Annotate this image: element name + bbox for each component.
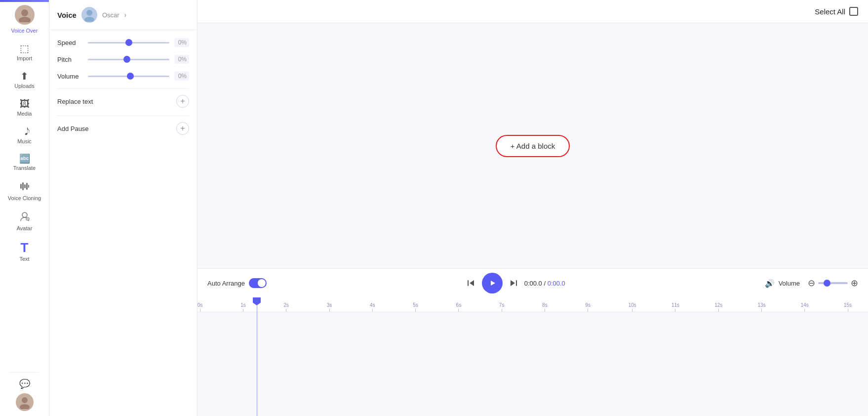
svg-point-0: [21, 9, 28, 16]
ruler-tick: 6s: [456, 302, 462, 312]
speed-control: Speed 0%: [57, 38, 189, 47]
ruler-tick: 10s: [629, 302, 636, 312]
right-controls: 🔊 Volume ⊖ ⊕: [765, 278, 858, 289]
select-all-area: Select All: [815, 7, 858, 16]
add-block-button[interactable]: + Add a block: [496, 135, 570, 157]
ruler-tick: 5s: [413, 302, 418, 312]
ruler-tick: 9s: [585, 302, 591, 312]
svg-rect-5: [26, 183, 28, 190]
svg-rect-13: [468, 280, 469, 286]
add-pause-row: Add Pause +: [57, 116, 189, 135]
sidebar-item-label: Avatar: [17, 225, 33, 231]
skip-back-button[interactable]: [466, 278, 476, 288]
volume-control: Volume 0%: [57, 72, 189, 81]
play-button[interactable]: [482, 273, 503, 293]
voice-over-avatar: [15, 5, 35, 25]
sidebar-item-uploads[interactable]: ⬆ Uploads: [0, 66, 49, 94]
transport-controls: 0:00.0 / 0:00.0: [275, 273, 757, 293]
zoom-out-button[interactable]: ⊖: [808, 278, 815, 289]
zoom-in-button[interactable]: ⊕: [851, 278, 858, 289]
sidebar-item-translate[interactable]: 🔤 Translate: [0, 149, 49, 176]
text-icon: T: [21, 241, 29, 254]
skip-forward-button[interactable]: [509, 278, 518, 288]
svg-point-1: [19, 17, 31, 22]
sidebar: Voice Over ⬚ Import ⬆ Uploads 🖼 Media 𝅘𝅥…: [0, 0, 49, 416]
svg-point-11: [86, 10, 92, 16]
ruler-tick: 14s: [801, 302, 809, 312]
zoom-area: ⊖ ⊕: [808, 278, 858, 289]
timeline-cursor-container: [257, 297, 261, 305]
sidebar-divider: [10, 372, 39, 373]
ruler-tick: 3s: [327, 302, 332, 312]
main-area: Select All + Add a block Auto Arrange: [197, 0, 868, 416]
timeline-area: 0s1s2s3s4s5s6s7s8s9s10s11s12s13s14s15s16…: [197, 297, 868, 416]
speed-value: 0%: [174, 38, 189, 47]
add-block-label: + Add a block: [511, 142, 555, 150]
top-bar: Select All: [197, 0, 868, 23]
volume-area: 🔊 Volume: [765, 279, 800, 288]
transport-bar: Auto Arrange: [197, 268, 868, 297]
sidebar-bottom: 💬: [0, 370, 49, 416]
avatar-icon: [19, 211, 30, 223]
panel-controls: Speed 0% Pitch 0% Volume 0% Replace text…: [49, 30, 197, 143]
svg-point-9: [22, 397, 28, 403]
time-total: 0:00.0: [548, 280, 565, 287]
sidebar-item-chat[interactable]: 💬: [0, 374, 49, 393]
sidebar-item-voice-cloning[interactable]: Voice Cloning: [0, 176, 49, 206]
svg-rect-2: [20, 184, 22, 189]
ruler-tick: 0s: [197, 302, 203, 312]
sidebar-item-label: Media: [17, 111, 32, 117]
pitch-value: 0%: [174, 55, 189, 64]
replace-text-label: Replace text: [57, 98, 93, 105]
replace-text-add-button[interactable]: +: [176, 95, 189, 108]
volume-label: Volume: [779, 280, 800, 287]
timeline-ruler: 0s1s2s3s4s5s6s7s8s9s10s11s12s13s14s15s16…: [197, 297, 868, 312]
pitch-slider[interactable]: [88, 59, 169, 60]
sidebar-item-music[interactable]: 𝅘𝅥𝅮 Music: [0, 122, 49, 149]
pitch-control: Pitch 0%: [57, 55, 189, 64]
auto-arrange-toggle[interactable]: [249, 278, 267, 288]
voice-name: Oscar: [102, 11, 119, 19]
ruler-tick: 2s: [284, 302, 289, 312]
timeline-track: [197, 312, 868, 416]
svg-rect-3: [22, 182, 24, 190]
chat-icon: 💬: [19, 379, 30, 388]
time-separator: /: [544, 280, 547, 287]
sidebar-item-avatar[interactable]: Avatar: [0, 206, 49, 236]
voice-avatar: [81, 7, 97, 23]
chevron-right-icon: ›: [124, 11, 127, 19]
sidebar-item-import[interactable]: ⬚ Import: [0, 39, 49, 66]
media-icon: 🖼: [20, 99, 30, 109]
translate-icon: 🔤: [19, 154, 30, 163]
sidebar-item-voice-over[interactable]: Voice Over: [0, 2, 49, 39]
user-avatar[interactable]: [16, 393, 34, 411]
auto-arrange-control: Auto Arrange: [207, 278, 267, 288]
sidebar-item-label: Text: [19, 256, 29, 262]
add-pause-button[interactable]: +: [176, 122, 189, 135]
sidebar-item-label: Translate: [13, 165, 36, 171]
volume-value: 0%: [174, 72, 189, 81]
time-display: 0:00.0 / 0:00.0: [524, 280, 565, 287]
canvas-area: + Add a block: [197, 23, 868, 268]
replace-text-row: Replace text +: [57, 88, 189, 108]
ruler-tick: 4s: [370, 302, 375, 312]
zoom-slider[interactable]: [818, 282, 848, 284]
speed-label: Speed: [57, 39, 83, 46]
svg-point-7: [22, 212, 27, 217]
sidebar-item-media[interactable]: 🖼 Media: [0, 94, 49, 122]
pitch-label: Pitch: [57, 56, 83, 63]
volume-icon: 🔊: [765, 279, 775, 288]
volume-slider[interactable]: [88, 76, 169, 77]
import-icon: ⬚: [20, 43, 29, 53]
svg-rect-14: [516, 280, 517, 286]
sidebar-item-text[interactable]: T Text: [0, 236, 49, 265]
ruler-tick: 13s: [757, 302, 765, 312]
select-all-checkbox[interactable]: [849, 7, 858, 16]
svg-point-12: [84, 17, 94, 22]
sidebar-item-label: Music: [17, 138, 32, 144]
time-current: 0:00.0: [524, 280, 542, 287]
select-all-label: Select All: [815, 7, 845, 16]
speed-slider[interactable]: [88, 42, 169, 43]
ruler-tick: 15s: [844, 302, 852, 312]
sidebar-item-label: Uploads: [14, 83, 34, 89]
